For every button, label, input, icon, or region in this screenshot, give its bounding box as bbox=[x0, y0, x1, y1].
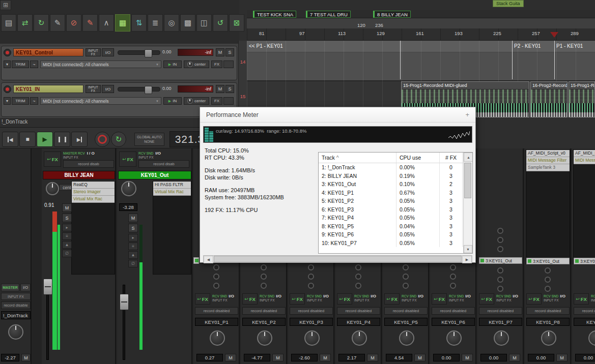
horizontal-scrollbar[interactable]: ◀ ▶ bbox=[203, 255, 472, 263]
mute-button[interactable]: M bbox=[462, 354, 473, 361]
media-item-label[interactable]: P1 - KEY01 bbox=[556, 43, 583, 49]
record-arm-button[interactable] bbox=[4, 85, 11, 93]
mute-button[interactable]: M bbox=[216, 85, 224, 93]
send-knob[interactable] bbox=[497, 267, 503, 274]
send-knob[interactable] bbox=[308, 264, 314, 270]
table-header[interactable]: Track ^ CPU use # FX PD bbox=[319, 153, 472, 163]
receive-label[interactable]: RCV SND bbox=[354, 294, 369, 298]
record-arm-button[interactable]: record disabled bbox=[574, 307, 595, 315]
send-knob[interactable] bbox=[261, 274, 267, 280]
table-row[interactable]: 5: KEY01_P20.05%30 bbox=[319, 197, 472, 205]
master-send-button[interactable]: MASTER bbox=[1, 284, 19, 291]
midi-item[interactable]: 16-Prog2-Record bbox=[530, 81, 568, 117]
input-fx-label[interactable]: INPUT FX bbox=[212, 298, 239, 302]
record-arm-button[interactable]: record disabled bbox=[195, 307, 238, 315]
fx-button[interactable]: ↩ FX bbox=[479, 293, 494, 305]
io-button[interactable]: I/O bbox=[560, 294, 565, 298]
fx-list-item[interactable]: HI PASS FLTR bbox=[153, 181, 191, 189]
play-button[interactable]: ▶ bbox=[37, 132, 53, 147]
strip-name[interactable]: KEY01_P2 bbox=[242, 318, 286, 326]
table-row[interactable]: 7: KEY01_P40.05%30 bbox=[319, 214, 472, 222]
envelope-button[interactable]: ~ bbox=[30, 97, 38, 105]
window-title-bar[interactable]: Performance Meter + bbox=[200, 107, 475, 123]
record-arm-button[interactable]: record disab bbox=[63, 160, 114, 168]
send-knob[interactable] bbox=[497, 246, 503, 252]
ripple-off-icon[interactable]: ⊘ bbox=[66, 14, 81, 32]
routing-icon[interactable]: ≡ bbox=[128, 242, 138, 250]
marker-test-all-dru[interactable]: 7 TEST ALL DRU bbox=[306, 11, 351, 18]
record-arm-button[interactable]: record disabled bbox=[384, 307, 428, 315]
pin-icon[interactable]: + bbox=[465, 111, 469, 118]
table-row[interactable]: 10: KEY01_P70.05%30 bbox=[319, 239, 472, 248]
phase-icon[interactable]: ∅ bbox=[62, 250, 72, 257]
fx-list-item[interactable]: Virtual Mix Rac bbox=[153, 189, 191, 196]
table-row[interactable]: 9: KEY01_P60.05%30 bbox=[319, 230, 472, 239]
fx-button[interactable]: ↩ FX bbox=[384, 293, 400, 305]
fx-bypass-icon[interactable]: ▲ bbox=[62, 241, 72, 249]
monitor-input-button[interactable]: ▶ IN bbox=[163, 97, 182, 105]
input-fx-label[interactable]: INPUT FX bbox=[354, 298, 381, 302]
header-fx-count[interactable]: # FX bbox=[440, 153, 463, 163]
env-icon[interactable]: ▸ bbox=[62, 224, 72, 231]
fx-list-item[interactable]: AF_MIDI_Script_v0 bbox=[526, 150, 570, 157]
send-knob[interactable] bbox=[545, 286, 551, 292]
record-arm-button[interactable]: record disable bbox=[1, 301, 31, 309]
send-knob[interactable] bbox=[497, 237, 503, 243]
mute-button[interactable]: M bbox=[367, 354, 378, 361]
volume-value[interactable]: -2.60 bbox=[291, 354, 318, 361]
record-arm-button[interactable]: record disabled bbox=[432, 307, 475, 315]
receive-label[interactable]: RCV SND bbox=[307, 294, 322, 298]
volume-slider-thumb[interactable] bbox=[145, 86, 152, 94]
edit-cursor-marker[interactable] bbox=[550, 32, 558, 38]
volume-value[interactable]: 0.00 bbox=[433, 354, 460, 361]
header-track[interactable]: Track ^ bbox=[319, 153, 396, 163]
monitor-input-button[interactable]: ▶ IN bbox=[163, 60, 182, 68]
pan-knob[interactable] bbox=[210, 330, 225, 346]
pan-button[interactable]: center bbox=[184, 60, 209, 68]
fx-list-item[interactable]: Virtual Mix Rac bbox=[72, 196, 115, 203]
columns-icon[interactable]: ◫ bbox=[196, 14, 212, 32]
lock-icon[interactable]: ⊠ bbox=[229, 14, 244, 32]
io-button[interactable]: I/O bbox=[229, 294, 234, 298]
record-arm-button[interactable]: record disabled bbox=[337, 307, 380, 315]
volume-slider-thumb[interactable] bbox=[145, 49, 152, 57]
mute-button[interactable]: M bbox=[320, 354, 331, 361]
record-arm-button[interactable]: record disab bbox=[138, 160, 189, 168]
pan-knob[interactable] bbox=[588, 330, 595, 346]
strip-name[interactable]: KEY01_P7 bbox=[479, 318, 522, 326]
input-fx-label[interactable]: INPUT FX bbox=[449, 298, 475, 302]
receive-label[interactable]: RCV SND bbox=[591, 294, 595, 298]
send-knob[interactable] bbox=[261, 264, 267, 270]
mute-button[interactable]: M bbox=[216, 48, 224, 56]
io-button[interactable]: I/O bbox=[276, 294, 281, 298]
strip-name[interactable]: !_DonTrack bbox=[1, 311, 31, 319]
receive-label[interactable]: RCV SND bbox=[138, 151, 153, 155]
media-item-label[interactable]: P2 - KEY01 bbox=[514, 43, 541, 49]
send-item[interactable]: 3:KEY01_Out bbox=[479, 257, 522, 264]
mute-button[interactable]: M bbox=[414, 354, 426, 361]
fx-list-item[interactable]: ReaEQ bbox=[72, 181, 115, 189]
pan-knob[interactable] bbox=[541, 330, 556, 346]
draw-icon[interactable]: ✎ bbox=[82, 14, 98, 32]
dock-icon[interactable]: ⊞ bbox=[0, 0, 11, 10]
routing-icon[interactable]: ≡ bbox=[62, 232, 72, 240]
table-scrollbar[interactable]: ▲ ▼ bbox=[463, 153, 472, 253]
mute-button[interactable]: M bbox=[272, 354, 284, 361]
send-knob[interactable] bbox=[497, 228, 503, 234]
input-fx-label[interactable]: INPUT FX bbox=[260, 298, 286, 302]
fx-button[interactable]: ↩ FX bbox=[242, 293, 258, 305]
fader-handle[interactable] bbox=[43, 279, 52, 295]
io-button[interactable]: I/O bbox=[513, 294, 518, 298]
scroll-right-icon[interactable]: ▶ bbox=[462, 256, 472, 263]
send-knob[interactable] bbox=[355, 274, 361, 280]
send-knob[interactable] bbox=[355, 283, 361, 289]
input-fx-label[interactable]: INPUT FX bbox=[138, 156, 189, 159]
record-button[interactable] bbox=[95, 132, 110, 147]
pan-knob[interactable] bbox=[304, 330, 320, 346]
record-arm-button[interactable]: record disabled bbox=[526, 307, 570, 315]
go-to-end-button[interactable]: ▶ bbox=[71, 132, 88, 147]
send-knob[interactable] bbox=[308, 283, 314, 289]
fx-button[interactable]: ↩ FX bbox=[574, 293, 589, 305]
receive-label[interactable]: RCV SND bbox=[544, 294, 558, 298]
table-row[interactable]: 3: KEY01_Out0.10%20 bbox=[319, 180, 472, 189]
